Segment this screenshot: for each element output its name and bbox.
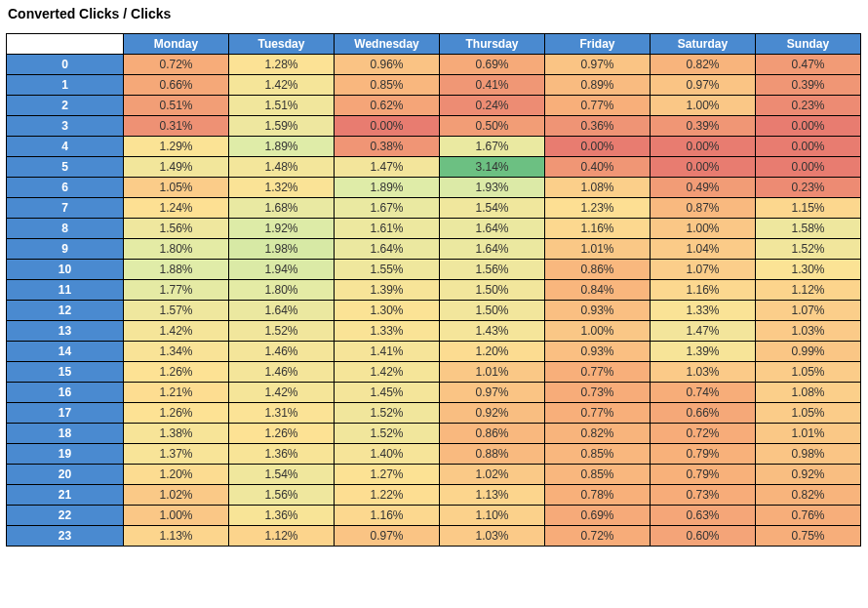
row-header-hour: 5 bbox=[7, 157, 124, 178]
heat-cell: 0.97% bbox=[545, 55, 651, 75]
heat-cell: 1.50% bbox=[440, 280, 545, 301]
heat-cell: 1.38% bbox=[124, 424, 229, 444]
heat-cell: 1.64% bbox=[440, 219, 545, 239]
heat-cell: 0.82% bbox=[651, 55, 756, 75]
heat-cell: 0.00% bbox=[651, 157, 756, 178]
heat-cell: 0.00% bbox=[756, 157, 861, 178]
heat-cell: 0.88% bbox=[440, 444, 545, 465]
heat-cell: 1.03% bbox=[756, 321, 861, 342]
heat-cell: 0.38% bbox=[335, 137, 440, 157]
heat-cell: 0.24% bbox=[440, 96, 545, 116]
heat-cell: 0.87% bbox=[651, 198, 756, 219]
row-header-hour: 2 bbox=[7, 96, 124, 116]
heat-cell: 1.49% bbox=[124, 157, 229, 178]
heat-cell: 0.77% bbox=[545, 362, 651, 383]
table-row: 111.77%1.80%1.39%1.50%0.84%1.16%1.12% bbox=[7, 280, 861, 301]
heat-cell: 1.61% bbox=[335, 219, 440, 239]
heat-cell: 0.00% bbox=[545, 137, 651, 157]
heat-cell: 0.39% bbox=[651, 116, 756, 137]
heat-cell: 0.74% bbox=[651, 383, 756, 403]
table-row: 41.29%1.89%0.38%1.67%0.00%0.00%0.00% bbox=[7, 137, 861, 157]
col-header-wed: Wednesday bbox=[335, 34, 440, 55]
heat-cell: 1.00% bbox=[651, 219, 756, 239]
table-row: 141.34%1.46%1.41%1.20%0.93%1.39%0.99% bbox=[7, 342, 861, 362]
heat-cell: 1.46% bbox=[229, 362, 335, 383]
heat-cell: 0.84% bbox=[545, 280, 651, 301]
heat-cell: 1.33% bbox=[651, 301, 756, 321]
heat-cell: 1.16% bbox=[545, 219, 651, 239]
heat-cell: 1.20% bbox=[124, 465, 229, 485]
row-header-hour: 17 bbox=[7, 403, 124, 424]
heat-cell: 0.73% bbox=[545, 383, 651, 403]
heat-cell: 1.00% bbox=[545, 321, 651, 342]
row-header-hour: 19 bbox=[7, 444, 124, 465]
heat-cell: 0.89% bbox=[545, 75, 651, 96]
heat-cell: 1.89% bbox=[335, 178, 440, 198]
heat-cell: 1.20% bbox=[440, 342, 545, 362]
row-header-hour: 9 bbox=[7, 239, 124, 260]
heat-cell: 1.00% bbox=[124, 506, 229, 526]
table-row: 151.26%1.46%1.42%1.01%0.77%1.03%1.05% bbox=[7, 362, 861, 383]
heat-cell: 0.49% bbox=[651, 178, 756, 198]
heat-cell: 1.54% bbox=[440, 198, 545, 219]
heat-cell: 1.26% bbox=[229, 424, 335, 444]
table-row: 171.26%1.31%1.52%0.92%0.77%0.66%1.05% bbox=[7, 403, 861, 424]
col-header-thu: Thursday bbox=[440, 34, 545, 55]
table-row: 00.72%1.28%0.96%0.69%0.97%0.82%0.47% bbox=[7, 55, 861, 75]
heat-cell: 0.50% bbox=[440, 116, 545, 137]
heat-cell: 0.40% bbox=[545, 157, 651, 178]
heat-cell: 0.72% bbox=[124, 55, 229, 75]
row-header-hour: 18 bbox=[7, 424, 124, 444]
heat-cell: 1.08% bbox=[545, 178, 651, 198]
col-header-sat: Saturday bbox=[651, 34, 756, 55]
table-row: 71.24%1.68%1.67%1.54%1.23%0.87%1.15% bbox=[7, 198, 861, 219]
heat-cell: 1.59% bbox=[229, 116, 335, 137]
heat-cell: 1.42% bbox=[335, 362, 440, 383]
heat-cell: 0.97% bbox=[335, 526, 440, 547]
heat-cell: 0.98% bbox=[756, 444, 861, 465]
table-row: 221.00%1.36%1.16%1.10%0.69%0.63%0.76% bbox=[7, 506, 861, 526]
row-header-hour: 20 bbox=[7, 465, 124, 485]
heat-cell: 1.39% bbox=[651, 342, 756, 362]
heat-cell: 0.86% bbox=[440, 424, 545, 444]
heat-cell: 1.16% bbox=[651, 280, 756, 301]
heat-cell: 1.56% bbox=[124, 219, 229, 239]
heat-cell: 1.33% bbox=[335, 321, 440, 342]
heat-cell: 1.93% bbox=[440, 178, 545, 198]
heat-cell: 1.92% bbox=[229, 219, 335, 239]
heat-cell: 1.80% bbox=[229, 280, 335, 301]
row-header-hour: 8 bbox=[7, 219, 124, 239]
table-row: 231.13%1.12%0.97%1.03%0.72%0.60%0.75% bbox=[7, 526, 861, 547]
heat-cell: 1.48% bbox=[229, 157, 335, 178]
heatmap-table: Monday Tuesday Wednesday Thursday Friday… bbox=[6, 33, 861, 547]
heat-cell: 1.57% bbox=[124, 301, 229, 321]
heat-cell: 1.80% bbox=[124, 239, 229, 260]
heat-cell: 0.92% bbox=[756, 465, 861, 485]
heat-cell: 0.00% bbox=[756, 116, 861, 137]
heat-cell: 0.39% bbox=[756, 75, 861, 96]
heat-cell: 1.52% bbox=[756, 239, 861, 260]
table-row: 101.88%1.94%1.55%1.56%0.86%1.07%1.30% bbox=[7, 260, 861, 280]
heat-cell: 1.31% bbox=[229, 403, 335, 424]
heat-cell: 1.64% bbox=[440, 239, 545, 260]
heat-cell: 1.23% bbox=[545, 198, 651, 219]
row-header-hour: 13 bbox=[7, 321, 124, 342]
heat-cell: 1.24% bbox=[124, 198, 229, 219]
heat-cell: 1.52% bbox=[335, 424, 440, 444]
row-header-hour: 22 bbox=[7, 506, 124, 526]
heat-cell: 1.36% bbox=[229, 444, 335, 465]
heat-cell: 1.94% bbox=[229, 260, 335, 280]
heat-cell: 0.63% bbox=[651, 506, 756, 526]
heat-cell: 0.82% bbox=[756, 485, 861, 506]
table-row: 20.51%1.51%0.62%0.24%0.77%1.00%0.23% bbox=[7, 96, 861, 116]
page-title: Converted Clicks / Clicks bbox=[8, 6, 862, 21]
heat-cell: 1.64% bbox=[335, 239, 440, 260]
heat-cell: 1.08% bbox=[756, 383, 861, 403]
heat-cell: 1.56% bbox=[229, 485, 335, 506]
heat-cell: 0.99% bbox=[756, 342, 861, 362]
heat-cell: 1.46% bbox=[229, 342, 335, 362]
heat-cell: 1.89% bbox=[229, 137, 335, 157]
table-row: 211.02%1.56%1.22%1.13%0.78%0.73%0.82% bbox=[7, 485, 861, 506]
heat-cell: 1.05% bbox=[756, 403, 861, 424]
heat-cell: 1.36% bbox=[229, 506, 335, 526]
